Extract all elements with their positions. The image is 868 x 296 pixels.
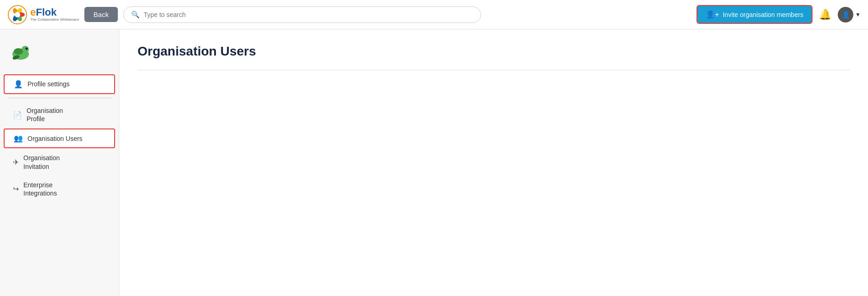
sidebar-org-invitation-label: OrganisationInvitation: [23, 154, 60, 170]
svg-point-6: [15, 12, 20, 17]
content-divider: [138, 70, 850, 70]
navbar: eFlok The Collaborative Whiteboard Back …: [0, 0, 868, 29]
search-input[interactable]: [144, 11, 473, 18]
sidebar-enterprise-label: EnterpriseIntegrations: [23, 181, 57, 197]
brand-name: eFlok: [30, 7, 79, 17]
sidebar-org-profile-label: OrganisationProfile: [27, 106, 63, 123]
svg-point-10: [26, 48, 28, 50]
org-profile-icon: 📄: [13, 111, 22, 119]
org-users-icon: 👥: [14, 134, 23, 143]
navbar-right: 👤+ Invite organisation members 🔔 👤 ▼: [697, 5, 861, 24]
page-title: Organisation Users: [138, 44, 850, 59]
profile-settings-icon: 👤: [14, 80, 23, 89]
avatar: 👤: [838, 7, 853, 22]
svg-point-9: [14, 48, 23, 55]
org-invitation-icon: ✈: [13, 158, 19, 167]
org-logo-area: [0, 37, 119, 73]
sidebar: 👤 Profile settings 📄 OrganisationProfile…: [0, 29, 119, 296]
sidebar-profile-settings-label: Profile settings: [28, 80, 70, 88]
sidebar-item-enterprise-integrations[interactable]: ↪ EnterpriseIntegrations: [4, 176, 115, 202]
invite-label: Invite organisation members: [723, 11, 803, 18]
search-bar: 🔍: [123, 6, 481, 23]
sidebar-item-organisation-invitation[interactable]: ✈ OrganisationInvitation: [4, 149, 115, 175]
logo-area: eFlok The Collaborative Whiteboard: [7, 5, 79, 25]
eflok-logo-icon: [7, 5, 28, 25]
logo-text: eFlok The Collaborative Whiteboard: [30, 7, 79, 22]
invite-members-button[interactable]: 👤+ Invite organisation members: [697, 5, 813, 24]
main-content: Organisation Users: [119, 29, 868, 296]
bell-icon[interactable]: 🔔: [819, 9, 831, 21]
avatar-icon: 👤: [842, 11, 850, 18]
sidebar-org-users-label: Organisation Users: [28, 134, 83, 143]
enterprise-icon: ↪: [13, 184, 19, 193]
avatar-area[interactable]: 👤 ▼: [838, 7, 861, 22]
sidebar-divider: [7, 98, 111, 98]
search-icon: 🔍: [131, 11, 140, 19]
brand-tagline: The Collaborative Whiteboard: [30, 17, 79, 22]
sidebar-item-organisation-users[interactable]: 👥 Organisation Users: [4, 128, 115, 148]
back-button[interactable]: Back: [84, 7, 118, 22]
invite-icon: 👤+: [706, 10, 719, 19]
org-logo-icon: [9, 41, 32, 64]
layout: 👤 Profile settings 📄 OrganisationProfile…: [0, 29, 868, 296]
chevron-down-icon: ▼: [855, 11, 861, 18]
sidebar-item-profile-settings[interactable]: 👤 Profile settings: [4, 74, 115, 94]
sidebar-item-organisation-profile[interactable]: 📄 OrganisationProfile: [4, 102, 115, 128]
